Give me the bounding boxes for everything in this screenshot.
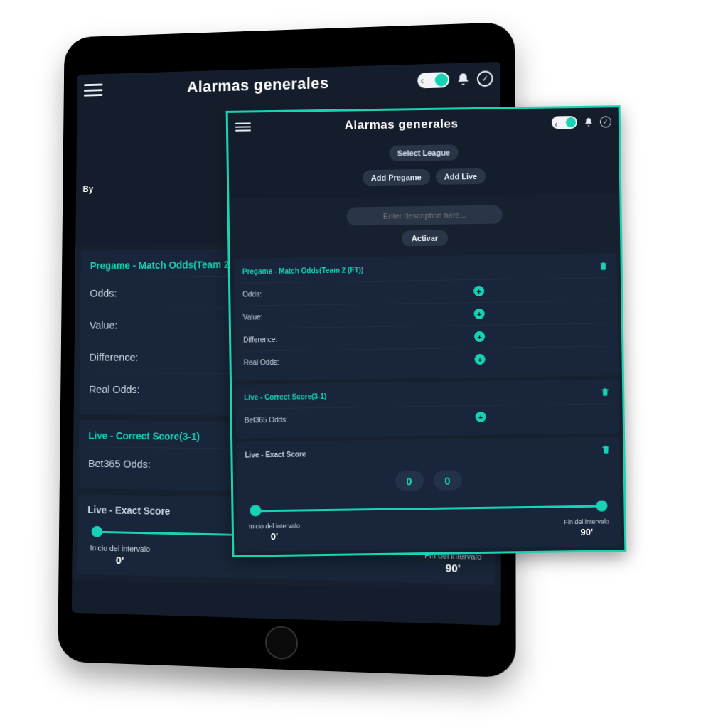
trash-icon[interactable] xyxy=(599,260,609,272)
page-title: Alarmas generales xyxy=(257,116,546,134)
slider-start-knob[interactable] xyxy=(92,526,102,537)
pregame-title: Pregame - Match Odds(Team 2 (FT)) xyxy=(242,266,364,275)
checkmark-icon[interactable]: ✓ xyxy=(600,116,611,127)
interval-start-value: 0' xyxy=(90,553,150,567)
stat-label: Real Odds: xyxy=(244,358,279,367)
interval-end-label: Fin del intervalo xyxy=(564,518,609,525)
dark-mode-toggle[interactable] xyxy=(552,116,577,129)
menu-icon[interactable] xyxy=(235,121,251,132)
stat-row: Real Odds: + xyxy=(243,346,609,373)
select-league-button[interactable]: Select League xyxy=(389,144,459,161)
pregame-title: Pregame - Match Odds(Team 2 xyxy=(90,259,230,271)
interval-end-value: 90' xyxy=(564,526,609,537)
trash-icon[interactable] xyxy=(600,386,610,397)
interval-start-value: 0' xyxy=(249,531,300,542)
trash-icon[interactable] xyxy=(601,444,611,455)
score-away[interactable]: 0 xyxy=(433,470,461,491)
app-screen: Alarmas generales ✓ Select League Add Pr… xyxy=(228,107,625,555)
interval-end-value: 90' xyxy=(424,561,481,574)
add-icon[interactable]: + xyxy=(475,412,486,422)
interval-slider[interactable]: Inicio del intervalo 0' Fin del interval… xyxy=(245,495,612,544)
stat-row: Bet365 Odds: + xyxy=(244,403,610,431)
home-button[interactable] xyxy=(264,626,297,660)
checkmark-icon[interactable]: ✓ xyxy=(477,70,493,87)
bell-icon[interactable] xyxy=(455,71,471,87)
stat-label: Difference: xyxy=(89,351,138,363)
add-live-button[interactable]: Add Live xyxy=(436,168,486,185)
pregame-card: Pregame - Match Odds(Team 2 (FT)) Odds: … xyxy=(234,253,619,381)
foreground-overlay: Alarmas generales ✓ Select League Add Pr… xyxy=(226,105,627,557)
stat-label: Value: xyxy=(90,319,118,331)
stat-label: Difference: xyxy=(243,336,277,344)
add-icon[interactable]: + xyxy=(473,286,484,296)
add-icon[interactable]: + xyxy=(473,309,484,319)
live-correct-title: Live - Correct Score(3-1) xyxy=(244,392,326,401)
live-correct-card: Live - Correct Score(3-1) Bet365 Odds: + xyxy=(235,379,619,439)
score-home[interactable]: 0 xyxy=(395,471,423,491)
stat-label: Real Odds: xyxy=(89,383,140,395)
live-exact-title: Live - Exact Score xyxy=(87,504,170,517)
page-title: Alarmas generales xyxy=(108,72,412,99)
stat-label: Odds: xyxy=(242,290,262,298)
live-exact-card: Live - Exact Score 0 0 Inicio del inte xyxy=(236,437,621,552)
add-icon[interactable]: + xyxy=(474,331,485,342)
bell-icon[interactable] xyxy=(583,117,594,128)
score-row: 0 0 xyxy=(245,461,612,500)
add-icon[interactable]: + xyxy=(474,354,485,365)
add-pregame-button[interactable]: Add Pregame xyxy=(363,169,430,186)
description-input[interactable] xyxy=(346,205,503,225)
live-correct-title: Live - Correct Score(3-1) xyxy=(88,430,200,442)
stat-label: Bet365 Odds: xyxy=(245,416,288,424)
dark-mode-toggle[interactable] xyxy=(417,72,449,88)
stat-label: Odds: xyxy=(90,287,117,299)
menu-icon[interactable] xyxy=(84,82,103,98)
activar-button[interactable]: Activar xyxy=(402,230,449,247)
live-exact-title: Live - Exact Score xyxy=(245,450,306,459)
stat-label: Value: xyxy=(243,313,263,321)
interval-start-label: Inicio del intervalo xyxy=(90,543,151,553)
stat-label: Bet365 Odds: xyxy=(88,457,151,470)
interval-start-label: Inicio del intervalo xyxy=(249,523,300,530)
